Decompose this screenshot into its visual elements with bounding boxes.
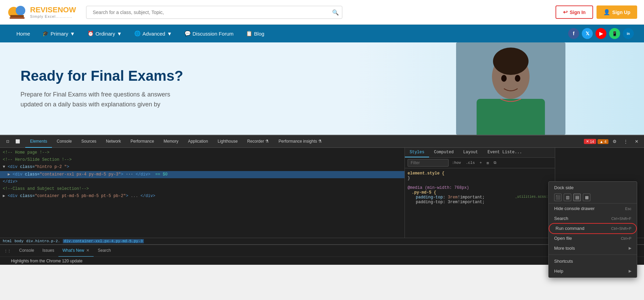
console-tab-search[interactable]: Search [94,245,115,257]
ctx-more-tools[interactable]: More tools ▶ [549,243,637,253]
console-bar: ⋮⋮ Console Issues What's New ✕ Search [0,244,644,257]
tab-performance-insights[interactable]: Performance insights ⚗ [274,135,327,148]
svg-rect-2 [10,15,24,17]
discussion-icon: 💬 [184,30,191,37]
drag-handle-icon[interactable]: ⋮⋮ [3,246,12,256]
nav-social: f 𝕏 ▶ 📱 in [568,28,634,39]
search-button[interactable]: 🔍 [332,9,339,15]
signup-button[interactable]: 👤 Sign Up [597,5,637,19]
console-tab-issues[interactable]: Issues [38,245,58,257]
nav-home[interactable]: Home [10,25,36,42]
code-line[interactable]: <!-- Hero/Slide Section !--> [0,156,405,164]
nav-discussion[interactable]: 💬 Discussion Forum [178,25,240,42]
svg-rect-7 [477,99,545,135]
advanced-dropdown-icon: ▼ [167,31,172,37]
logo-tagline: Simply Excel............ [30,14,76,19]
context-menu: Dock side ⬛ ▥ ▤ ▦ Hide console drawer Es… [548,181,637,265]
styles-filter-input[interactable] [408,159,449,167]
ctx-hide-console[interactable]: Hide console drawer Esc [549,204,637,213]
css-block-media: @media (min-width: 768px) .py-md-5 { pad… [408,185,552,205]
plus-filter[interactable]: + [478,160,483,166]
facebook-button[interactable]: f [568,28,579,39]
code-line-highlighted[interactable]: <div class="container-xxl px-4 py-md-5 p… [0,171,405,178]
code-line[interactable]: <!-- Home page !--> [0,149,405,156]
tab-elements[interactable]: Elements [25,135,52,148]
signup-icon: 👤 [603,9,610,15]
console-tab-console[interactable]: Console [15,245,38,257]
hero-image [446,42,576,135]
whatsapp-button[interactable]: 📱 [609,28,620,39]
tab-performance[interactable]: Performance [126,135,159,148]
svg-point-1 [16,6,25,15]
devtools-toggle-btn[interactable]: ⊡ [3,137,12,146]
hov-filter[interactable]: :hov [451,160,462,166]
search-bar: 🔍 [86,6,342,19]
devtools-more-icon[interactable]: ⋮ [621,137,630,146]
error-badge: ✕ 14 [584,139,596,144]
svg-point-9 [515,75,520,82]
ctx-shortcuts[interactable]: Shortcuts [549,256,637,265]
styles-tab-styles[interactable]: Styles [405,148,429,157]
code-line[interactable]: <!--Class and Subject selection!--> [0,185,405,193]
svg-point-8 [501,75,507,82]
cls-filter[interactable]: .cls [464,160,476,166]
ctx-open-file[interactable]: Open file Ctrl+P [549,233,637,243]
dock-left-icon[interactable]: ▥ [564,194,571,201]
breadcrumb-hintro[interactable]: div.hintro.p-2. [26,239,60,243]
styles-content: element.style { } @media (min-width: 768… [405,168,555,238]
new-style-btn[interactable]: ⊞ [485,160,490,166]
dock-undock-icon[interactable]: ⬛ [554,194,562,201]
styles-tab-event-listeners[interactable]: Event Liste... [483,148,527,157]
dock-icons: ⬛ ▥ ▤ ▦ [549,192,637,204]
ctx-search[interactable]: Search Ctrl+Shift+F [549,213,637,223]
close-whatsnew-icon[interactable]: ✕ [86,248,90,253]
devtools-icons: ✕ 14 ▲ 4 ⚙ ⋮ ✕ [584,137,641,146]
linkedin-button[interactable]: in [623,28,634,39]
search-input[interactable] [86,6,342,19]
breadcrumb-html[interactable]: html [3,239,12,243]
nav-advanced[interactable]: 🌐 Advanced ▼ [128,25,178,42]
youtube-button[interactable]: ▶ [595,28,606,39]
nav-ordinary[interactable]: ⏰ Ordinary ▼ [81,25,128,42]
twitter-button[interactable]: 𝕏 [582,28,593,39]
settings-icon[interactable]: ⚙ [610,137,619,146]
devtools-inspect-btn[interactable]: ⬜ [13,137,23,146]
code-line[interactable]: <div class="hintro p-2 "> [0,164,405,171]
nav-bar: Home 🎓 Primary ▼ ⏰ Ordinary ▼ 🌐 Advanced… [0,25,644,42]
breadcrumb-active[interactable]: div.container-xxl.px-4.py-md-5.py-3 [63,239,144,243]
top-bar: REVISENOW Simply Excel............ 🔍 ↩ S… [0,0,644,25]
console-tab-whatsnew[interactable]: What's New ✕ [58,245,94,257]
signin-button[interactable]: ↩ Sign In [556,5,593,19]
nav-items: Home 🎓 Primary ▼ ⏰ Ordinary ▼ 🌐 Advanced… [10,25,568,42]
hero-person-svg [456,42,565,135]
styles-panel: Styles Computed Layout Event Liste... :h… [405,148,555,238]
toggle-style-btn[interactable]: ⧉ [492,160,498,166]
highlights-bar: Highlights from the Chrome 120 update [0,257,644,265]
code-line[interactable]: </div> [0,178,405,185]
dock-right-icon[interactable]: ▦ [583,194,590,201]
code-line[interactable]: <div class="container pt-md-5 pb-md-5 pt… [0,193,405,200]
styles-tabs: Styles Computed Layout Event Liste... [405,148,555,158]
tab-console[interactable]: Console [52,135,77,148]
hero-subtitle: Prepare for Final Exams with free questi… [20,90,183,109]
styles-tab-layout[interactable]: Layout [458,148,483,157]
tab-memory[interactable]: Memory [159,135,183,148]
nav-primary[interactable]: 🎓 Primary ▼ [36,25,81,42]
logo-brand: REVISENOW [30,5,76,14]
logo-text: REVISENOW Simply Excel............ [30,5,76,19]
close-devtools-icon[interactable]: ✕ [632,137,641,146]
tab-network[interactable]: Network [101,135,126,148]
warn-badge: ▲ 4 [598,139,608,144]
ctx-run-command[interactable]: Run command Ctrl+Shift+P [549,223,637,233]
auth-buttons: ↩ Sign In 👤 Sign Up [556,5,637,19]
breadcrumb-body[interactable]: body [14,239,23,243]
nav-blog[interactable]: 📋 Blog [240,25,271,42]
tab-lighthouse[interactable]: Lighthouse [213,135,243,148]
tab-sources[interactable]: Sources [77,135,101,148]
tab-application[interactable]: Application [183,135,213,148]
dock-bottom-icon[interactable]: ▤ [573,194,581,201]
styles-tab-computed[interactable]: Computed [429,148,458,157]
tab-recorder[interactable]: Recorder ⚗ [243,135,274,148]
logo-area: REVISENOW Simply Excel............ [7,2,76,23]
svg-point-6 [493,48,529,75]
